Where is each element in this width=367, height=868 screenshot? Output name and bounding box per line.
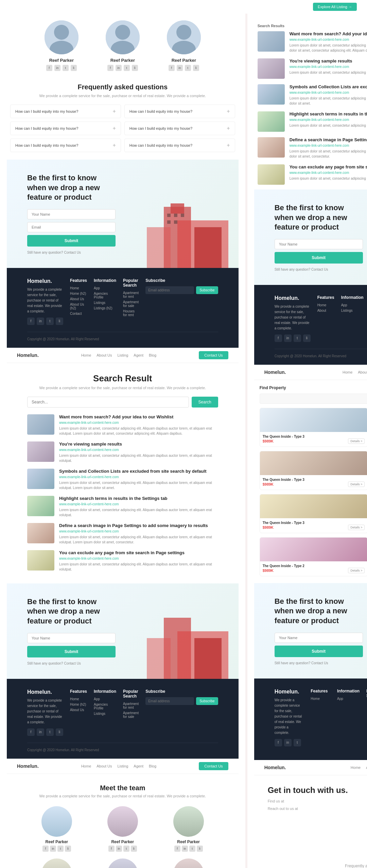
ts-tw-3[interactable]: t — [189, 846, 195, 852]
footer-features-link-1[interactable]: Home — [70, 286, 87, 290]
faq-toggle-2[interactable]: + — [227, 108, 230, 114]
footer-search-link-3[interactable]: Houses for rent — [123, 309, 139, 317]
footer-ig-left-2[interactable]: in — [37, 728, 44, 736]
faq-item-3[interactable]: How can I build equity into my house? + — [10, 122, 121, 135]
mc-nav-home[interactable]: Home — [343, 370, 352, 374]
search-btn-left[interactable]: Search — [192, 397, 218, 408]
faq-item-5[interactable]: How can I build equity into my house? + — [10, 139, 121, 152]
faq-toggle-4[interactable]: + — [227, 125, 230, 131]
newsletter-email-input-left[interactable] — [27, 222, 116, 232]
ts-tw-2[interactable]: t — [123, 846, 129, 852]
footer-features-link-4[interactable]: About Us (h2) — [70, 303, 87, 310]
faq-toggle-6[interactable]: + — [227, 142, 230, 148]
mini-nav-home[interactable]: Home — [81, 353, 91, 357]
newsletter-submit-center[interactable]: Submit — [275, 252, 363, 264]
fc-ig[interactable]: in — [284, 334, 292, 342]
mini-nav-contact-btn[interactable]: Contact Us — [199, 351, 228, 359]
footer-il-2[interactable]: Agencies Profile — [94, 703, 116, 710]
ts-tw-1[interactable]: t — [57, 846, 64, 852]
fc-fl-2[interactable]: About — [317, 309, 334, 312]
twitter-icon-2[interactable]: t — [124, 65, 130, 71]
fc-il-1[interactable]: App — [341, 303, 364, 307]
footer-fl-3[interactable]: About Us — [70, 708, 87, 712]
center-search-url-3[interactable]: www.example-link-url-content-here.com — [290, 91, 367, 94]
faq-toggle-5[interactable]: + — [112, 142, 116, 148]
mini-nav-about[interactable]: About Us — [97, 353, 112, 357]
search-item-url-5[interactable]: www.example-link-url-content-here.com — [59, 529, 218, 533]
faq-item-4[interactable]: How can I build equity into my house? + — [124, 122, 235, 135]
ts-ig-3[interactable]: in — [182, 846, 188, 852]
mini-nav-blog[interactable]: Blog — [149, 353, 156, 357]
fc-fl-1[interactable]: Home — [317, 303, 334, 307]
mini-nav-listing[interactable]: Listing — [118, 353, 128, 357]
mc-nav-about[interactable]: About Us — [358, 370, 367, 374]
faq-toggle-1[interactable]: + — [112, 108, 116, 114]
footer-sl-2[interactable]: Apartment for sale — [123, 711, 139, 719]
footer-info-link-2[interactable]: Agencies Profile — [94, 292, 116, 299]
mini-nav-home-2[interactable]: Home — [81, 764, 91, 768]
instagram-icon-2[interactable]: in — [116, 65, 122, 71]
facebook-icon[interactable]: f — [46, 65, 52, 71]
footer-li-left-2[interactable]: li — [56, 728, 63, 736]
ts-fb-2[interactable]: f — [108, 846, 115, 852]
twitter-icon-3[interactable]: t — [185, 65, 191, 71]
ts-fb-3[interactable]: f — [174, 846, 180, 852]
fc-fb[interactable]: f — [275, 334, 282, 342]
footer-info-link-4[interactable]: Listings (h2) — [94, 306, 116, 310]
footer-il-3[interactable]: Listings — [94, 712, 116, 716]
footer-ig-left[interactable]: in — [37, 318, 44, 325]
search-input-left[interactable] — [27, 397, 189, 408]
footer-info-link-1[interactable]: App — [94, 286, 116, 290]
mini-nav-agent-2[interactable]: Agent — [134, 764, 143, 768]
footer-search-link-1[interactable]: Apartment for rent — [123, 291, 139, 299]
footer-fl-2[interactable]: Home (h2) — [70, 703, 87, 706]
footer-il-1[interactable]: App — [94, 697, 116, 701]
footer-subscribe-input-left[interactable] — [145, 286, 194, 294]
newsletter-name-center[interactable] — [275, 239, 363, 249]
center-search-url-4[interactable]: www.example-link-url-content-here.com — [290, 118, 367, 122]
newsletter-submit-left[interactable]: Submit — [27, 235, 116, 247]
center-search-url-6[interactable]: www.example-link-url-content-here.com — [290, 171, 367, 175]
ts-li-2[interactable]: li — [131, 846, 137, 852]
search-item-url-1[interactable]: www.example-link-url-content-here.com — [59, 421, 218, 424]
faq-toggle-3[interactable]: + — [112, 125, 116, 131]
mini-nav-listing-2[interactable]: Listing — [118, 764, 128, 768]
fc-li[interactable]: li — [303, 334, 311, 342]
facebook-icon-3[interactable]: f — [169, 65, 175, 71]
fc2-fl-1[interactable]: Home — [311, 697, 330, 701]
facebook-icon-2[interactable]: f — [107, 65, 113, 71]
fc2-tw[interactable]: t — [294, 739, 301, 746]
faq-item-6[interactable]: How can I build equity into my house? + — [124, 139, 235, 152]
fc-tw[interactable]: t — [294, 334, 301, 342]
instagram-icon-3[interactable]: in — [177, 65, 183, 71]
center-search-url-5[interactable]: www.example-link-url-content-here.com — [290, 144, 367, 147]
fc2-fb[interactable]: f — [275, 739, 282, 746]
footer-li-left[interactable]: li — [56, 318, 63, 325]
mini-nav-about-2[interactable]: About Us — [97, 764, 112, 768]
fc2-il-1[interactable]: App — [337, 697, 360, 701]
footer-features-link-2[interactable]: Home (h2) — [70, 292, 87, 295]
center-search-url-2[interactable]: www.example-link-url-content-here.com — [290, 65, 367, 69]
newsletter-submit-center-2[interactable]: Submit — [275, 646, 363, 657]
twitter-icon[interactable]: t — [63, 65, 69, 71]
footer-features-link-5[interactable]: Contact — [70, 312, 87, 315]
search-item-url-3[interactable]: www.example-link-url-content-here.com — [59, 475, 218, 479]
mini-nav-blog-2[interactable]: Blog — [149, 764, 156, 768]
ts-fb-1[interactable]: f — [42, 846, 49, 852]
mini-nav-agent[interactable]: Agent — [134, 353, 143, 357]
mini-nav-contact-btn-2[interactable]: Contact Us — [199, 762, 228, 770]
newsletter-name-input-left[interactable] — [27, 209, 116, 219]
newsletter-name-center-2[interactable] — [275, 633, 363, 643]
search-item-url-2[interactable]: www.example-link-url-content-here.com — [59, 448, 218, 452]
property-filter-bar[interactable] — [260, 394, 367, 404]
fc-il-2[interactable]: Listings — [341, 309, 364, 312]
linkedin-icon-2[interactable]: li — [132, 65, 138, 71]
center-search-url-1[interactable]: www.example-link-url-content-here.com — [290, 38, 367, 41]
footer-search-link-2[interactable]: Apartment for sale — [123, 300, 139, 308]
fc2-ig[interactable]: in — [284, 739, 292, 746]
linkedin-icon[interactable]: li — [71, 65, 77, 71]
faq-item-2[interactable]: How can I build equity into my house? + — [124, 105, 235, 118]
footer-fl-1[interactable]: Home — [70, 697, 87, 701]
property-details-btn-7[interactable]: Details > — [348, 568, 365, 573]
mc2-nav-home[interactable]: Home — [351, 765, 361, 770]
